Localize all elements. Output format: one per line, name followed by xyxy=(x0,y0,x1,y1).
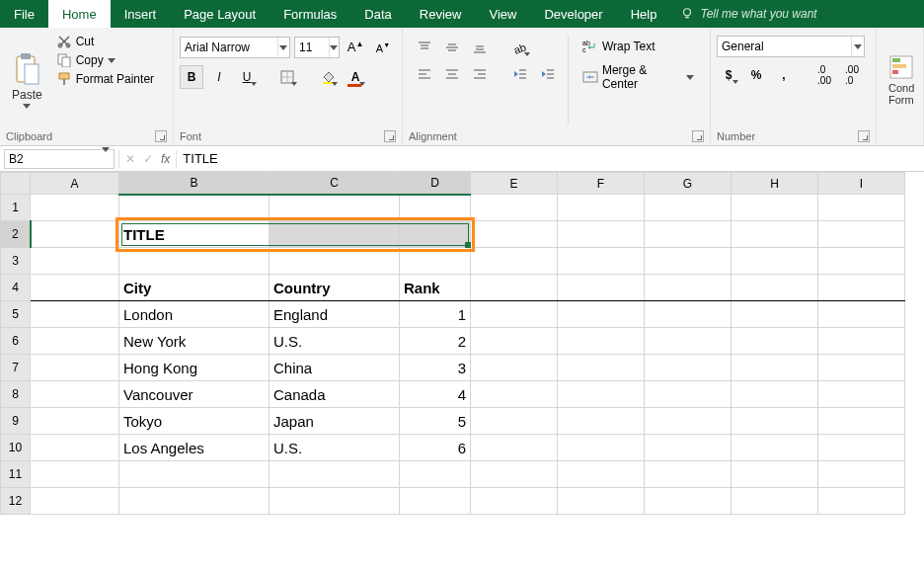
cell-D4[interactable]: Rank xyxy=(400,275,471,301)
col-header-H[interactable]: H xyxy=(732,173,818,195)
cell-I9[interactable] xyxy=(818,408,905,435)
fx-icon[interactable]: fx xyxy=(161,152,170,166)
cell-B4[interactable]: City xyxy=(119,275,270,301)
cancel-formula-icon[interactable]: ✕ xyxy=(125,152,135,166)
accounting-format-button[interactable]: $ xyxy=(717,63,740,87)
cell-C11[interactable] xyxy=(270,461,400,488)
spreadsheet-grid[interactable]: ABCDEFGHI12TITLE34CityCountryRank5London… xyxy=(0,172,924,515)
cell-E9[interactable] xyxy=(471,408,558,435)
tab-view[interactable]: View xyxy=(475,0,530,28)
cell-G11[interactable] xyxy=(645,461,732,488)
number-dialog-launcher[interactable] xyxy=(858,130,870,142)
cell-D7[interactable]: 3 xyxy=(400,355,471,381)
col-header-A[interactable]: A xyxy=(31,173,119,195)
cell-E3[interactable] xyxy=(471,248,558,275)
cell-E8[interactable] xyxy=(471,381,558,408)
align-top-button[interactable] xyxy=(413,36,436,59)
tab-data[interactable]: Data xyxy=(350,0,405,28)
cell-E4[interactable] xyxy=(471,275,558,301)
cell-B7[interactable]: Hong Kong xyxy=(119,355,270,381)
col-header-F[interactable]: F xyxy=(558,173,645,195)
col-header-D[interactable]: D xyxy=(400,173,471,195)
cell-A12[interactable] xyxy=(31,488,119,515)
cell-G10[interactable] xyxy=(645,435,732,461)
number-format-combo[interactable] xyxy=(717,36,865,57)
row-header-7[interactable]: 7 xyxy=(1,355,31,381)
cell-C1[interactable] xyxy=(270,195,400,221)
align-middle-button[interactable] xyxy=(440,36,464,59)
cell-F8[interactable] xyxy=(558,381,645,408)
decrease-indent-button[interactable] xyxy=(508,62,532,86)
cell-F12[interactable] xyxy=(558,488,645,515)
formula-input[interactable] xyxy=(177,151,924,166)
row-header-2[interactable]: 2 xyxy=(1,221,31,248)
cell-H2[interactable] xyxy=(732,221,818,248)
cell-A2[interactable] xyxy=(31,221,119,248)
cell-A6[interactable] xyxy=(31,328,119,355)
cell-D6[interactable]: 2 xyxy=(400,328,471,355)
font-color-button[interactable]: A xyxy=(344,65,367,89)
format-painter-button[interactable]: Format Painter xyxy=(56,71,154,87)
cell-G3[interactable] xyxy=(645,248,732,275)
cell-G1[interactable] xyxy=(645,195,732,221)
tab-review[interactable]: Review xyxy=(406,0,476,28)
cell-C9[interactable]: Japan xyxy=(270,408,400,435)
cell-H9[interactable] xyxy=(732,408,818,435)
cell-B3[interactable] xyxy=(119,248,270,275)
cell-A5[interactable] xyxy=(31,301,119,328)
cell-C3[interactable] xyxy=(270,248,400,275)
row-header-10[interactable]: 10 xyxy=(1,435,31,461)
cell-I7[interactable] xyxy=(818,355,905,381)
col-header-B[interactable]: B xyxy=(119,173,270,195)
cell-I5[interactable] xyxy=(818,301,905,328)
cell-F9[interactable] xyxy=(558,408,645,435)
copy-button[interactable]: Copy xyxy=(56,52,154,68)
col-header-I[interactable]: I xyxy=(818,173,905,195)
fill-color-button[interactable] xyxy=(316,65,340,89)
cell-H7[interactable] xyxy=(732,355,818,381)
font-dialog-launcher[interactable] xyxy=(384,130,396,142)
cell-I6[interactable] xyxy=(818,328,905,355)
cell-H8[interactable] xyxy=(732,381,818,408)
cell-C2[interactable] xyxy=(270,221,400,248)
cell-A10[interactable] xyxy=(31,435,119,461)
align-left-button[interactable] xyxy=(413,62,436,86)
cell-I10[interactable] xyxy=(818,435,905,461)
cell-F4[interactable] xyxy=(558,275,645,301)
cell-I2[interactable] xyxy=(818,221,905,248)
cell-G5[interactable] xyxy=(645,301,732,328)
conditional-formatting-button[interactable]: CondForm xyxy=(883,32,920,128)
row-header-1[interactable]: 1 xyxy=(1,195,31,221)
cell-C6[interactable]: U.S. xyxy=(270,328,400,355)
cell-G2[interactable] xyxy=(645,221,732,248)
select-all-corner[interactable] xyxy=(1,173,31,195)
row-header-11[interactable]: 11 xyxy=(1,461,31,488)
cell-H10[interactable] xyxy=(732,435,818,461)
cell-H6[interactable] xyxy=(732,328,818,355)
row-header-6[interactable]: 6 xyxy=(1,328,31,355)
cell-C4[interactable]: Country xyxy=(270,275,400,301)
cell-H3[interactable] xyxy=(732,248,818,275)
tab-home[interactable]: Home xyxy=(48,0,111,28)
cell-D9[interactable]: 5 xyxy=(400,408,471,435)
increase-indent-button[interactable] xyxy=(536,62,560,86)
borders-button[interactable] xyxy=(275,65,299,89)
col-header-C[interactable]: C xyxy=(270,173,400,195)
cell-E1[interactable] xyxy=(471,195,558,221)
bold-button[interactable]: B xyxy=(180,65,203,89)
cut-button[interactable]: Cut xyxy=(56,34,154,49)
cell-F5[interactable] xyxy=(558,301,645,328)
cell-F7[interactable] xyxy=(558,355,645,381)
cell-D1[interactable] xyxy=(400,195,471,221)
align-bottom-button[interactable] xyxy=(468,36,492,59)
cell-I12[interactable] xyxy=(818,488,905,515)
cell-B8[interactable]: Vancouver xyxy=(119,381,270,408)
number-format-input[interactable] xyxy=(718,40,851,53)
cell-I8[interactable] xyxy=(818,381,905,408)
comma-format-button[interactable]: , xyxy=(772,63,796,87)
row-header-8[interactable]: 8 xyxy=(1,381,31,408)
cell-E10[interactable] xyxy=(471,435,558,461)
cell-A1[interactable] xyxy=(31,195,119,221)
cell-F3[interactable] xyxy=(558,248,645,275)
tab-page-layout[interactable]: Page Layout xyxy=(170,0,270,28)
